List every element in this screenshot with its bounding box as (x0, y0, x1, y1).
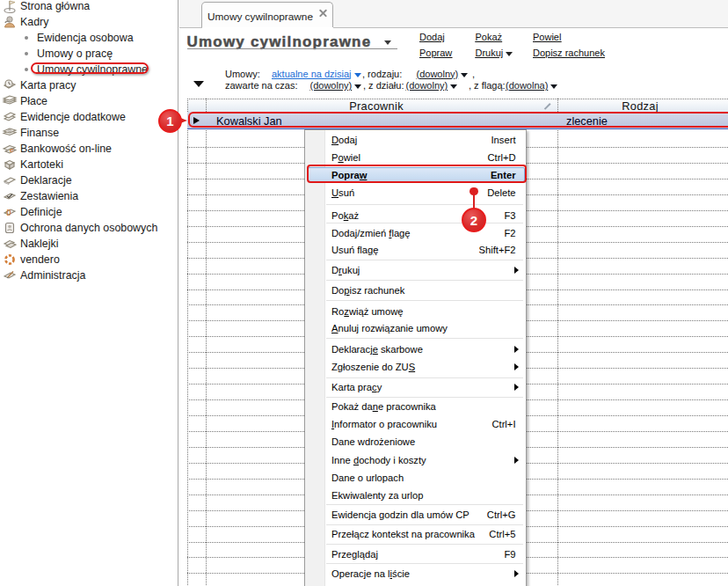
svg-text:e: e (10, 146, 14, 154)
svg-text:{): {) (6, 208, 11, 216)
